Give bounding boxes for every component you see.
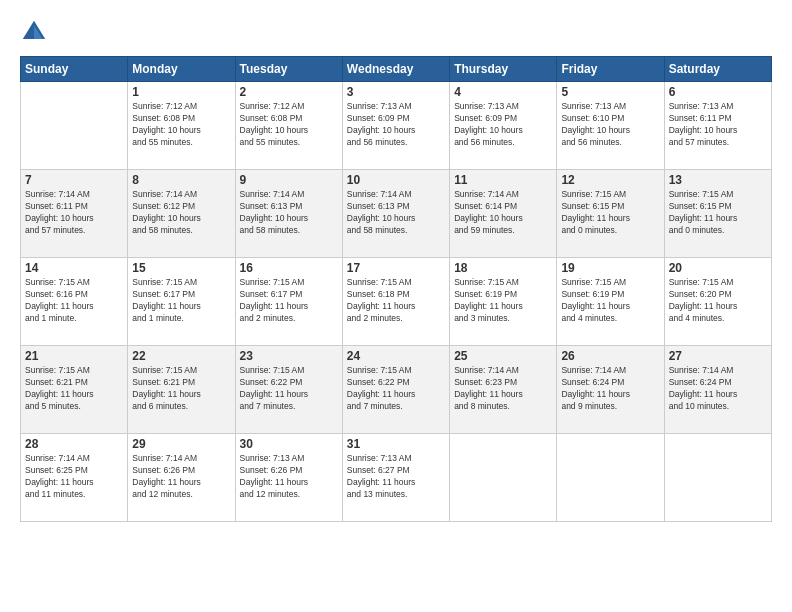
calendar-body: 1Sunrise: 7:12 AM Sunset: 6:08 PM Daylig… xyxy=(21,82,772,522)
day-number: 7 xyxy=(25,173,123,187)
logo-icon xyxy=(20,18,48,46)
day-info: Sunrise: 7:15 AM Sunset: 6:22 PM Dayligh… xyxy=(240,365,338,413)
day-info: Sunrise: 7:15 AM Sunset: 6:19 PM Dayligh… xyxy=(454,277,552,325)
calendar-cell: 16Sunrise: 7:15 AM Sunset: 6:17 PM Dayli… xyxy=(235,258,342,346)
calendar-cell: 10Sunrise: 7:14 AM Sunset: 6:13 PM Dayli… xyxy=(342,170,449,258)
day-info: Sunrise: 7:15 AM Sunset: 6:20 PM Dayligh… xyxy=(669,277,767,325)
day-info: Sunrise: 7:15 AM Sunset: 6:22 PM Dayligh… xyxy=(347,365,445,413)
calendar-cell: 19Sunrise: 7:15 AM Sunset: 6:19 PM Dayli… xyxy=(557,258,664,346)
calendar-cell: 13Sunrise: 7:15 AM Sunset: 6:15 PM Dayli… xyxy=(664,170,771,258)
calendar-cell: 20Sunrise: 7:15 AM Sunset: 6:20 PM Dayli… xyxy=(664,258,771,346)
logo xyxy=(20,18,52,46)
day-info: Sunrise: 7:14 AM Sunset: 6:24 PM Dayligh… xyxy=(561,365,659,413)
day-info: Sunrise: 7:12 AM Sunset: 6:08 PM Dayligh… xyxy=(240,101,338,149)
weekday-header: Wednesday xyxy=(342,57,449,82)
day-number: 23 xyxy=(240,349,338,363)
calendar-cell xyxy=(450,434,557,522)
day-number: 8 xyxy=(132,173,230,187)
calendar-cell: 18Sunrise: 7:15 AM Sunset: 6:19 PM Dayli… xyxy=(450,258,557,346)
calendar-cell xyxy=(557,434,664,522)
calendar-cell: 23Sunrise: 7:15 AM Sunset: 6:22 PM Dayli… xyxy=(235,346,342,434)
day-number: 11 xyxy=(454,173,552,187)
day-number: 25 xyxy=(454,349,552,363)
day-number: 15 xyxy=(132,261,230,275)
day-number: 28 xyxy=(25,437,123,451)
calendar-cell: 11Sunrise: 7:14 AM Sunset: 6:14 PM Dayli… xyxy=(450,170,557,258)
calendar-cell: 26Sunrise: 7:14 AM Sunset: 6:24 PM Dayli… xyxy=(557,346,664,434)
calendar-week-row: 28Sunrise: 7:14 AM Sunset: 6:25 PM Dayli… xyxy=(21,434,772,522)
calendar-cell: 6Sunrise: 7:13 AM Sunset: 6:11 PM Daylig… xyxy=(664,82,771,170)
day-number: 20 xyxy=(669,261,767,275)
calendar-week-row: 21Sunrise: 7:15 AM Sunset: 6:21 PM Dayli… xyxy=(21,346,772,434)
calendar-cell: 25Sunrise: 7:14 AM Sunset: 6:23 PM Dayli… xyxy=(450,346,557,434)
weekday-header-row: SundayMondayTuesdayWednesdayThursdayFrid… xyxy=(21,57,772,82)
calendar-cell: 9Sunrise: 7:14 AM Sunset: 6:13 PM Daylig… xyxy=(235,170,342,258)
day-info: Sunrise: 7:15 AM Sunset: 6:19 PM Dayligh… xyxy=(561,277,659,325)
day-number: 31 xyxy=(347,437,445,451)
day-info: Sunrise: 7:14 AM Sunset: 6:14 PM Dayligh… xyxy=(454,189,552,237)
day-number: 29 xyxy=(132,437,230,451)
day-info: Sunrise: 7:15 AM Sunset: 6:17 PM Dayligh… xyxy=(240,277,338,325)
day-info: Sunrise: 7:13 AM Sunset: 6:09 PM Dayligh… xyxy=(454,101,552,149)
weekday-header: Monday xyxy=(128,57,235,82)
calendar-cell: 17Sunrise: 7:15 AM Sunset: 6:18 PM Dayli… xyxy=(342,258,449,346)
calendar-cell: 14Sunrise: 7:15 AM Sunset: 6:16 PM Dayli… xyxy=(21,258,128,346)
day-number: 10 xyxy=(347,173,445,187)
calendar-cell: 27Sunrise: 7:14 AM Sunset: 6:24 PM Dayli… xyxy=(664,346,771,434)
calendar-week-row: 7Sunrise: 7:14 AM Sunset: 6:11 PM Daylig… xyxy=(21,170,772,258)
calendar-cell: 31Sunrise: 7:13 AM Sunset: 6:27 PM Dayli… xyxy=(342,434,449,522)
day-number: 27 xyxy=(669,349,767,363)
day-info: Sunrise: 7:14 AM Sunset: 6:11 PM Dayligh… xyxy=(25,189,123,237)
day-number: 2 xyxy=(240,85,338,99)
day-number: 30 xyxy=(240,437,338,451)
calendar-cell: 15Sunrise: 7:15 AM Sunset: 6:17 PM Dayli… xyxy=(128,258,235,346)
calendar-cell: 28Sunrise: 7:14 AM Sunset: 6:25 PM Dayli… xyxy=(21,434,128,522)
day-info: Sunrise: 7:15 AM Sunset: 6:15 PM Dayligh… xyxy=(561,189,659,237)
calendar-cell: 29Sunrise: 7:14 AM Sunset: 6:26 PM Dayli… xyxy=(128,434,235,522)
day-number: 4 xyxy=(454,85,552,99)
calendar-cell: 8Sunrise: 7:14 AM Sunset: 6:12 PM Daylig… xyxy=(128,170,235,258)
day-number: 16 xyxy=(240,261,338,275)
day-info: Sunrise: 7:15 AM Sunset: 6:17 PM Dayligh… xyxy=(132,277,230,325)
calendar-cell: 3Sunrise: 7:13 AM Sunset: 6:09 PM Daylig… xyxy=(342,82,449,170)
calendar-cell xyxy=(664,434,771,522)
day-number: 12 xyxy=(561,173,659,187)
day-number: 24 xyxy=(347,349,445,363)
day-info: Sunrise: 7:14 AM Sunset: 6:24 PM Dayligh… xyxy=(669,365,767,413)
calendar-week-row: 14Sunrise: 7:15 AM Sunset: 6:16 PM Dayli… xyxy=(21,258,772,346)
day-number: 18 xyxy=(454,261,552,275)
day-info: Sunrise: 7:15 AM Sunset: 6:21 PM Dayligh… xyxy=(25,365,123,413)
calendar-cell: 2Sunrise: 7:12 AM Sunset: 6:08 PM Daylig… xyxy=(235,82,342,170)
weekday-header: Sunday xyxy=(21,57,128,82)
day-info: Sunrise: 7:14 AM Sunset: 6:25 PM Dayligh… xyxy=(25,453,123,501)
weekday-header: Saturday xyxy=(664,57,771,82)
day-info: Sunrise: 7:15 AM Sunset: 6:21 PM Dayligh… xyxy=(132,365,230,413)
day-number: 1 xyxy=(132,85,230,99)
day-number: 21 xyxy=(25,349,123,363)
day-number: 9 xyxy=(240,173,338,187)
weekday-header: Thursday xyxy=(450,57,557,82)
day-info: Sunrise: 7:13 AM Sunset: 6:27 PM Dayligh… xyxy=(347,453,445,501)
day-info: Sunrise: 7:14 AM Sunset: 6:26 PM Dayligh… xyxy=(132,453,230,501)
page: SundayMondayTuesdayWednesdayThursdayFrid… xyxy=(0,0,792,532)
calendar-cell: 5Sunrise: 7:13 AM Sunset: 6:10 PM Daylig… xyxy=(557,82,664,170)
weekday-header: Tuesday xyxy=(235,57,342,82)
day-info: Sunrise: 7:15 AM Sunset: 6:15 PM Dayligh… xyxy=(669,189,767,237)
day-number: 13 xyxy=(669,173,767,187)
day-info: Sunrise: 7:14 AM Sunset: 6:13 PM Dayligh… xyxy=(347,189,445,237)
calendar-cell: 4Sunrise: 7:13 AM Sunset: 6:09 PM Daylig… xyxy=(450,82,557,170)
calendar-cell: 7Sunrise: 7:14 AM Sunset: 6:11 PM Daylig… xyxy=(21,170,128,258)
calendar-table: SundayMondayTuesdayWednesdayThursdayFrid… xyxy=(20,56,772,522)
day-info: Sunrise: 7:13 AM Sunset: 6:11 PM Dayligh… xyxy=(669,101,767,149)
day-info: Sunrise: 7:13 AM Sunset: 6:10 PM Dayligh… xyxy=(561,101,659,149)
day-number: 14 xyxy=(25,261,123,275)
calendar-cell: 30Sunrise: 7:13 AM Sunset: 6:26 PM Dayli… xyxy=(235,434,342,522)
calendar-cell: 1Sunrise: 7:12 AM Sunset: 6:08 PM Daylig… xyxy=(128,82,235,170)
day-info: Sunrise: 7:14 AM Sunset: 6:23 PM Dayligh… xyxy=(454,365,552,413)
day-info: Sunrise: 7:13 AM Sunset: 6:26 PM Dayligh… xyxy=(240,453,338,501)
day-info: Sunrise: 7:14 AM Sunset: 6:12 PM Dayligh… xyxy=(132,189,230,237)
day-info: Sunrise: 7:15 AM Sunset: 6:18 PM Dayligh… xyxy=(347,277,445,325)
day-number: 5 xyxy=(561,85,659,99)
calendar-cell: 12Sunrise: 7:15 AM Sunset: 6:15 PM Dayli… xyxy=(557,170,664,258)
calendar-cell: 24Sunrise: 7:15 AM Sunset: 6:22 PM Dayli… xyxy=(342,346,449,434)
